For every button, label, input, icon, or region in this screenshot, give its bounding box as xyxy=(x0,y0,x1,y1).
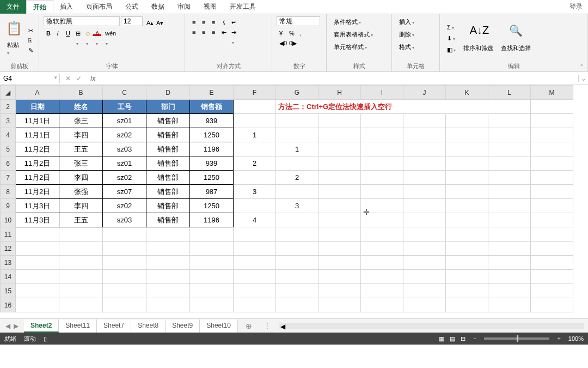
cell-H5[interactable] xyxy=(318,142,361,156)
cell-G9[interactable]: 3 xyxy=(276,199,318,213)
cell-L8[interactable] xyxy=(488,185,531,199)
row-header-13[interactable]: 13 xyxy=(1,256,16,270)
cell-A2[interactable]: 日期 xyxy=(16,100,59,114)
insert-cells-button[interactable]: 插入 xyxy=(396,16,417,28)
cell-E16[interactable] xyxy=(190,298,234,312)
cell-D12[interactable] xyxy=(146,242,190,256)
cell-L11[interactable] xyxy=(488,227,531,242)
cell-B13[interactable] xyxy=(59,256,103,270)
cell-I10[interactable] xyxy=(361,213,403,227)
cell-C3[interactable]: sz01 xyxy=(103,114,146,128)
macro-record-icon[interactable]: ▯ xyxy=(44,335,47,342)
cell-C6[interactable]: sz01 xyxy=(103,156,146,171)
cell-A4[interactable]: 11月1日 xyxy=(16,128,59,142)
cell-L6[interactable] xyxy=(488,156,531,171)
sort-filter-button[interactable]: 排序和筛选 xyxy=(461,43,496,54)
cell-C7[interactable]: sz02 xyxy=(103,171,146,185)
cell-A13[interactable] xyxy=(16,256,59,270)
col-header-A[interactable]: A xyxy=(16,86,59,100)
cell-L10[interactable] xyxy=(488,213,531,227)
cell-K15[interactable] xyxy=(446,284,488,298)
cell-M10[interactable] xyxy=(531,213,573,227)
inc-decimal-icon[interactable]: ◀0 xyxy=(277,37,285,46)
cell-A7[interactable]: 11月2日 xyxy=(16,171,59,185)
row-header-4[interactable]: 4 xyxy=(1,128,16,142)
cell-H14[interactable] xyxy=(318,270,361,284)
col-header-J[interactable]: J xyxy=(403,86,446,100)
orientation-icon[interactable]: ⤹ xyxy=(219,16,228,25)
cell-B16[interactable] xyxy=(59,298,103,312)
cell-B11[interactable] xyxy=(59,227,103,242)
cell-E15[interactable] xyxy=(190,284,234,298)
cell-D6[interactable]: 销售部 xyxy=(146,156,190,171)
cell-F11[interactable] xyxy=(234,227,276,242)
cell-F15[interactable] xyxy=(234,284,276,298)
cell-H10[interactable] xyxy=(318,213,361,227)
expand-formula-bar-icon[interactable]: ⌄ xyxy=(578,75,588,82)
percent-button[interactable]: % xyxy=(286,27,295,36)
cell-B10[interactable]: 王五 xyxy=(59,213,103,227)
cell-E12[interactable] xyxy=(190,242,234,256)
cell-M15[interactable] xyxy=(531,284,573,298)
tab-insert[interactable]: 插入 xyxy=(53,0,79,14)
find-select-button[interactable]: 查找和选择 xyxy=(498,43,534,54)
cell-F2[interactable] xyxy=(234,100,276,114)
cell-K8[interactable] xyxy=(446,185,488,199)
tab-view[interactable]: 视图 xyxy=(197,0,223,14)
number-format-combo[interactable] xyxy=(277,16,320,26)
table-format-button[interactable]: 套用表格格式 xyxy=(331,29,376,40)
worksheet-grid[interactable]: ◢ABCDEFGHIJKLM2日期姓名工号部门销售额方法二：Ctrl+G定位法快… xyxy=(0,85,588,318)
bold-button[interactable]: B xyxy=(44,27,52,36)
cell-L4[interactable] xyxy=(488,128,531,142)
cell-J10[interactable] xyxy=(403,213,446,227)
cell-F16[interactable] xyxy=(234,298,276,312)
cond-format-button[interactable]: 条件格式 xyxy=(331,16,364,28)
cell-E4[interactable]: 1250 xyxy=(190,128,234,142)
cell-D7[interactable]: 销售部 xyxy=(146,171,190,185)
wrap-text-icon[interactable]: ↵ xyxy=(229,16,237,25)
cell-G8[interactable] xyxy=(276,185,318,199)
zoom-slider[interactable] xyxy=(484,337,549,340)
cell-L12[interactable] xyxy=(488,242,531,256)
cell-H11[interactable] xyxy=(318,227,361,242)
align-center-icon[interactable]: ≡ xyxy=(199,26,208,35)
cell-D16[interactable] xyxy=(146,298,190,312)
cell-C14[interactable] xyxy=(103,270,146,284)
cell-M5[interactable] xyxy=(531,142,573,156)
font-name-combo[interactable] xyxy=(44,16,120,26)
cell-C4[interactable]: sz02 xyxy=(103,128,146,142)
cell-G12[interactable] xyxy=(276,242,318,256)
sheet-nav-next-icon[interactable]: ▶ xyxy=(14,322,19,330)
sheet-nav-prev-icon[interactable]: ◀ xyxy=(5,322,10,330)
cell-H7[interactable] xyxy=(318,171,361,185)
cell-L5[interactable] xyxy=(488,142,531,156)
cell-E7[interactable]: 1250 xyxy=(190,171,234,185)
cell-A16[interactable] xyxy=(16,298,59,312)
row-header-7[interactable]: 7 xyxy=(1,171,16,185)
cell-K4[interactable] xyxy=(446,128,488,142)
cell-F6[interactable]: 2 xyxy=(234,156,276,171)
cell-H9[interactable] xyxy=(318,199,361,213)
cell-G2[interactable]: 方法二：Ctrl+G定位法快速插入空行 xyxy=(276,100,531,114)
cell-B3[interactable]: 张三 xyxy=(59,114,103,128)
cell-C15[interactable] xyxy=(103,284,146,298)
collapse-ribbon-icon[interactable]: ⌃ xyxy=(579,63,584,70)
formula-input[interactable] xyxy=(99,73,578,83)
cell-D11[interactable] xyxy=(146,227,190,242)
cell-E5[interactable]: 1196 xyxy=(190,142,234,156)
cell-F7[interactable] xyxy=(234,171,276,185)
cell-D2[interactable]: 部门 xyxy=(146,100,190,114)
cell-G14[interactable] xyxy=(276,270,318,284)
row-header-3[interactable]: 3 xyxy=(1,114,16,128)
cell-G6[interactable] xyxy=(276,156,318,171)
cell-E14[interactable] xyxy=(190,270,234,284)
fill-color-button[interactable]: ◇ xyxy=(83,27,91,36)
cell-J7[interactable] xyxy=(403,171,446,185)
col-header-D[interactable]: D xyxy=(146,86,190,100)
fx-icon[interactable]: fx xyxy=(87,75,99,82)
cell-J12[interactable] xyxy=(403,242,446,256)
cell-H3[interactable] xyxy=(318,114,361,128)
name-box[interactable]: G4 xyxy=(0,74,60,83)
cell-J11[interactable] xyxy=(403,227,446,242)
cell-E9[interactable]: 1250 xyxy=(190,199,234,213)
